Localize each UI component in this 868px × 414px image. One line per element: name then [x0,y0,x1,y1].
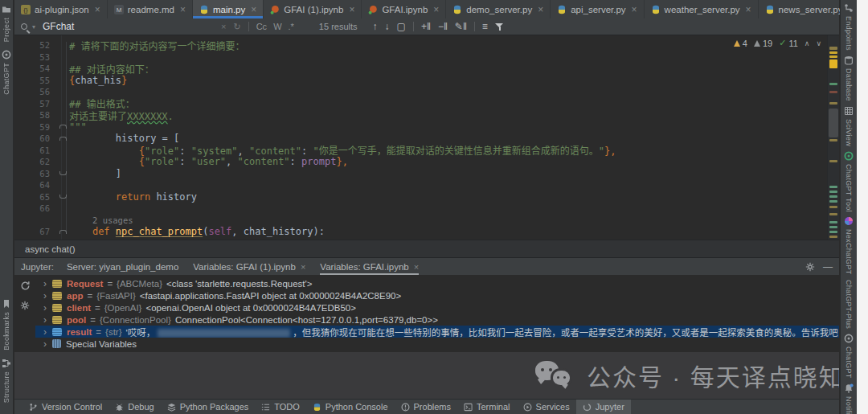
gutter-fold[interactable] [57,195,69,199]
sidebar-item-endpoints[interactable]: Endpoints [844,3,854,51]
sidebar-item-project[interactable]: Project [2,5,11,42]
status-item-debug[interactable]: Debug [108,400,160,414]
tab-close-icon[interactable]: × [349,5,354,14]
next-problem-icon[interactable]: ∨ [816,39,821,47]
select-all-occurrences-icon[interactable]: ✎‖ [455,21,467,32]
strip-label: Project [2,18,10,42]
refresh-variables-icon[interactable] [20,280,31,290]
markdown-file-icon: M [114,5,124,14]
gutter-fold[interactable] [57,137,69,141]
tab-close-icon[interactable]: × [414,262,419,272]
line-number: 67 [14,227,57,236]
status-item-version-control[interactable]: Version Control [23,400,108,414]
open-in-find-window-icon[interactable]: ▢ [397,21,406,32]
sidebar-item-chatgpt-plus[interactable]: ChatGPT-Plus [845,280,853,329]
fold-start-icon[interactable] [59,137,67,141]
variable-row-client[interactable]: ›client={OpenAI}<openai.OpenAI object at… [35,301,839,314]
fold-start-icon[interactable] [59,230,67,234]
sidebar-item-structure[interactable]: Structure [2,359,11,403]
next-occurrence-icon[interactable]: ↓ [385,21,390,32]
add-selection-icon[interactable]: +‖ [421,21,431,32]
variable-icon [52,292,62,300]
sidebar-item-chatgpt[interactable]: ChatGPT [844,334,854,379]
expand-chevron-icon[interactable]: › [39,291,51,301]
search-history-caret-icon[interactable]: ▾ [32,23,35,31]
editor-tab-demo-server-py[interactable]: demo_server.py× [446,0,551,18]
search-query-field[interactable]: GFchat [43,21,163,32]
status-item-jupyter[interactable]: Jupyter [576,400,631,414]
jupyter-tab-server-yiyan-plugin-demo[interactable]: Server: yiyan_plugin_demo [67,258,178,275]
editor-tab-readme-md[interactable]: Mreadme.md× [108,0,193,18]
find-option-[interactable]: .* [289,22,294,31]
sidebar-item-notifications[interactable]: Notifications [844,383,854,414]
expand-chevron-icon[interactable]: › [39,315,51,325]
filter-lines-icon[interactable]: ≡ [482,21,488,32]
editor-tab-ai-plugin-json[interactable]: {}ai-plugin.json× [14,0,108,18]
variables-settings-gear-icon[interactable] [20,299,31,309]
status-item-python-packages[interactable]: Python Packages [161,400,256,414]
expand-chevron-icon[interactable]: › [39,279,51,289]
expand-chevron-icon[interactable]: › [39,327,51,337]
variable-row-result[interactable]: ›result={str}'哎呀，，但我猜你现在可能在想一些特别的事情，比如我们… [35,326,839,338]
remove-selection-icon[interactable]: −‖ [438,21,448,32]
tab-close-icon[interactable]: × [538,5,543,14]
previous-problem-icon[interactable]: ∧ [805,39,810,47]
sidebar-item-database[interactable]: Database [844,55,854,101]
status-item-todo[interactable]: TODO [255,400,306,414]
fold-end-icon[interactable] [59,195,67,199]
jupyter-tab-variables-gfai-ipynb[interactable]: Variables: GFAI.ipynb× [320,258,419,275]
line-number: 60 [14,133,57,143]
jupyter-tab-variables-gfai-1-ipynb[interactable]: Variables: GFAI (1).ipynb× [193,258,305,275]
special-variables-row[interactable]: ›Special Variables [35,338,839,350]
filter-funnel-icon[interactable] [495,22,505,31]
stripe-mark [829,59,837,68]
code-editor[interactable]: 52# 请将下面的对话内容写一个详细摘要：5354## 对话内容如下：55{ch… [14,35,839,240]
tab-close-icon[interactable]: × [746,5,751,14]
stripe-mark [829,186,837,188]
expand-chevron-icon[interactable]: › [39,303,51,313]
code-line: 64 [14,179,828,191]
tab-close-icon[interactable]: × [180,5,186,14]
variable-row-request[interactable]: ›Request={ABCMeta}<class 'starlette.requ… [35,277,839,289]
clear-search-icon[interactable]: × [221,22,226,31]
status-item-problems[interactable]: Problems [395,400,457,414]
breadcrumb[interactable]: async chat() [14,240,839,257]
tab-close-icon[interactable]: × [301,262,305,272]
panel-settings-gear-icon[interactable] [805,262,815,272]
scrollbar-thumb[interactable] [829,109,838,137]
sidebar-item-nexchatgpt[interactable]: NexChatGPT [844,216,854,275]
tab-close-icon[interactable]: × [95,5,100,14]
editor-tab-main-py[interactable]: main.py× [193,0,264,18]
previous-occurrence-icon[interactable]: ↑ [373,21,378,32]
sidebar-item-sciview[interactable]: SciView [844,106,854,146]
search-history-icon[interactable]: ↻ [233,22,240,32]
pycharm-window: ProjectChatGPTBookmarksStructure {}ai-pl… [0,0,868,414]
variable-row-pool[interactable]: ›pool={ConnectionPool}ConnectionPool<Con… [35,314,839,326]
fold-end-icon[interactable] [59,171,67,175]
gutter-fold[interactable] [57,125,69,129]
editor-tab-api-server-py[interactable]: api_server.py× [551,0,644,18]
gutter-fold[interactable] [57,230,69,234]
gutter-fold[interactable] [57,171,69,175]
code-line: 52# 请将下面的对话内容写一个详细摘要： [14,39,828,51]
tab-close-icon[interactable]: × [433,5,439,14]
find-option-cc[interactable]: Cc [256,22,267,31]
variable-row-app[interactable]: ›app={FastAPI}<fastapi.applications.Fast… [35,289,839,301]
find-option-w[interactable]: W [273,22,281,31]
sidebar-item-bookmarks[interactable]: Bookmarks [2,299,11,350]
strip-label: Bookmarks [2,312,10,350]
error-stripe-scrollbar[interactable] [827,35,839,240]
sidebar-item-chatgpt[interactable]: ChatGPT [2,50,11,95]
editor-tab-gfai-ipynb[interactable]: GFAI.ipynb× [362,0,446,18]
inspections-widget[interactable]: 4 19 ✓11 ∧ ∨ [734,38,821,48]
fold-start-icon[interactable] [59,125,67,129]
sidebar-item-chatgpt-tool[interactable]: ChatGPT Tool [844,151,854,212]
tab-close-icon[interactable]: × [632,5,637,14]
expand-chevron-icon[interactable]: › [39,339,51,349]
status-item-python-console[interactable]: Python Console [306,400,395,414]
status-item-terminal[interactable]: Terminal [457,400,517,414]
editor-tab-weather-server-py[interactable]: weather_server.py× [645,0,759,18]
tab-close-icon[interactable]: × [251,5,256,14]
editor-tab-gfai-1-ipynb[interactable]: GFAI (1).ipynb× [264,0,362,18]
status-item-services[interactable]: Services [517,400,576,414]
